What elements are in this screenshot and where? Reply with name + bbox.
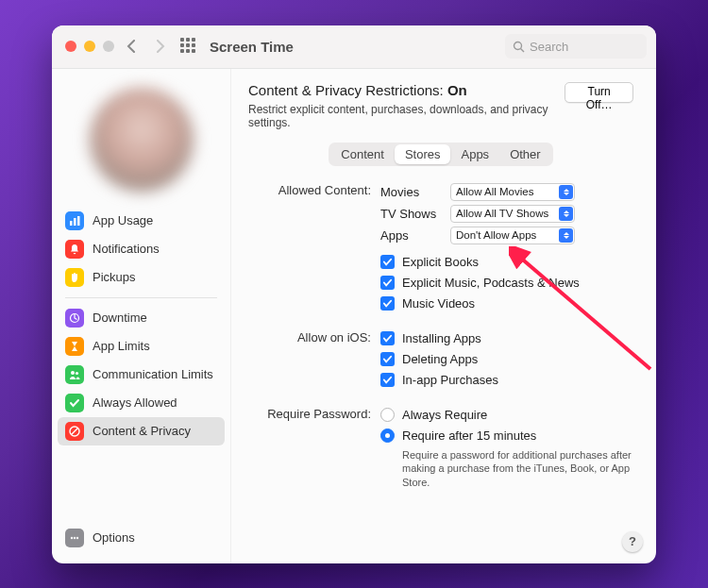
help-button[interactable]: ? xyxy=(622,531,643,552)
chevron-updown-icon xyxy=(559,185,573,199)
checkbox-label: Installing Apps xyxy=(402,331,481,345)
zoom-icon xyxy=(103,41,114,52)
search-icon xyxy=(513,41,525,53)
sidebar-item-downtime[interactable]: Downtime xyxy=(58,304,225,332)
moon-icon xyxy=(65,309,84,328)
sidebar-item-notifications[interactable]: Notifications xyxy=(58,235,225,263)
back-button[interactable] xyxy=(122,36,143,57)
tab-apps[interactable]: Apps xyxy=(450,144,499,164)
checkbox-label: Explicit Music, Podcasts & News xyxy=(402,276,580,290)
minimize-icon[interactable] xyxy=(84,41,95,52)
segmented-tabs: Content Stores Apps Other xyxy=(329,143,552,166)
checkbox-label: Explicit Books xyxy=(402,255,479,269)
radio-require-15[interactable] xyxy=(380,428,395,443)
checkbox-music-videos[interactable] xyxy=(380,296,395,311)
sidebar-item-label: Pickups xyxy=(93,270,136,284)
sidebar-item-label: Content & Privacy xyxy=(93,424,191,438)
checkbox-installing-apps[interactable] xyxy=(380,331,395,345)
tab-stores[interactable]: Stores xyxy=(395,144,451,164)
svg-line-1 xyxy=(521,48,525,52)
checkbox-label: Deleting Apps xyxy=(402,352,478,366)
chevron-left-icon xyxy=(126,40,138,53)
svg-rect-4 xyxy=(77,216,80,226)
sidebar-item-label: Communication Limits xyxy=(93,367,213,381)
checkbox-deleting-apps[interactable] xyxy=(380,352,395,366)
checkbox-explicit-music[interactable] xyxy=(380,276,395,290)
section-label-allow-ios: Allow on iOS: xyxy=(248,328,380,391)
select-apps[interactable]: Don't Allow Apps xyxy=(450,227,575,244)
svg-point-10 xyxy=(71,536,73,538)
chevron-updown-icon xyxy=(559,207,573,221)
hourglass-icon xyxy=(65,337,84,356)
sidebar-item-communication-limits[interactable]: Communication Limits xyxy=(58,361,225,389)
sidebar-item-app-limits[interactable]: App Limits xyxy=(58,332,225,361)
row-label-apps: Apps xyxy=(380,228,443,243)
avatar[interactable] xyxy=(90,88,194,192)
show-all-button[interactable] xyxy=(178,36,199,57)
content-pane: Content & Privacy Restrictions: On Restr… xyxy=(231,69,656,563)
chevron-updown-icon xyxy=(559,228,573,243)
sidebar-item-label: Always Allowed xyxy=(93,395,177,410)
radio-always-require[interactable] xyxy=(380,408,395,422)
sidebar-item-label: Downtime xyxy=(93,311,147,325)
sidebar-item-label: Notifications xyxy=(93,242,160,256)
check-icon xyxy=(65,394,84,412)
turn-off-button[interactable]: Turn Off… xyxy=(565,82,633,103)
no-entry-icon xyxy=(65,422,84,441)
radio-label: Require after 15 minutes xyxy=(402,428,536,443)
sidebar-item-pickups[interactable]: Pickups xyxy=(58,263,225,292)
svg-line-9 xyxy=(72,428,78,434)
page-subtitle: Restrict explicit content, purchases, do… xyxy=(248,103,565,129)
close-icon[interactable] xyxy=(65,41,76,52)
sidebar: App Usage Notifications Pickups Downti xyxy=(52,69,231,563)
row-label-tvshows: TV Shows xyxy=(380,207,443,221)
section-label-allowed-content: Allowed Content: xyxy=(248,181,380,314)
search-input[interactable]: Search xyxy=(505,34,647,59)
row-label-movies: Movies xyxy=(380,185,443,199)
sidebar-item-app-usage[interactable]: App Usage xyxy=(58,207,225,235)
grid-icon xyxy=(180,38,197,55)
svg-rect-3 xyxy=(74,218,76,226)
titlebar: Screen Time Search xyxy=(52,25,656,69)
svg-point-12 xyxy=(76,536,78,538)
svg-point-0 xyxy=(514,42,522,49)
sidebar-item-options[interactable]: Options xyxy=(58,524,225,552)
sidebar-item-label: Options xyxy=(93,530,135,545)
people-icon xyxy=(65,365,84,384)
checkbox-label: Music Videos xyxy=(402,296,475,311)
ellipsis-icon xyxy=(65,529,84,547)
traffic-lights xyxy=(61,41,114,52)
svg-rect-2 xyxy=(70,221,73,226)
select-tvshows[interactable]: Allow All TV Shows xyxy=(450,205,575,223)
bell-icon xyxy=(65,240,84,259)
search-placeholder: Search xyxy=(530,40,568,54)
sidebar-item-content-privacy[interactable]: Content & Privacy xyxy=(58,417,225,445)
svg-point-11 xyxy=(74,536,76,538)
radio-label: Always Require xyxy=(402,408,487,422)
tab-content[interactable]: Content xyxy=(330,144,395,164)
sidebar-item-label: App Usage xyxy=(93,213,153,227)
chevron-right-icon xyxy=(155,40,166,53)
forward-button[interactable] xyxy=(150,36,171,57)
checkbox-explicit-books[interactable] xyxy=(380,255,395,269)
svg-point-7 xyxy=(76,371,78,374)
bar-chart-icon xyxy=(65,211,84,230)
select-movies[interactable]: Allow All Movies xyxy=(450,183,575,201)
tab-other[interactable]: Other xyxy=(499,144,551,164)
checkbox-label: In-app Purchases xyxy=(402,373,498,387)
prefs-window: Screen Time Search App Usage Notificatio… xyxy=(52,25,656,563)
hand-icon xyxy=(65,268,84,287)
password-help-text: Require a password for additional purcha… xyxy=(380,448,633,491)
page-title: Content & Privacy Restrictions: On xyxy=(248,82,565,98)
section-label-require-password: Require Password: xyxy=(248,405,380,491)
checkbox-inapp-purchases[interactable] xyxy=(380,373,395,387)
window-title: Screen Time xyxy=(210,39,294,55)
sidebar-item-always-allowed[interactable]: Always Allowed xyxy=(58,389,225,417)
sidebar-item-label: App Limits xyxy=(93,339,150,353)
sidebar-divider xyxy=(65,297,217,298)
svg-point-6 xyxy=(71,371,75,375)
